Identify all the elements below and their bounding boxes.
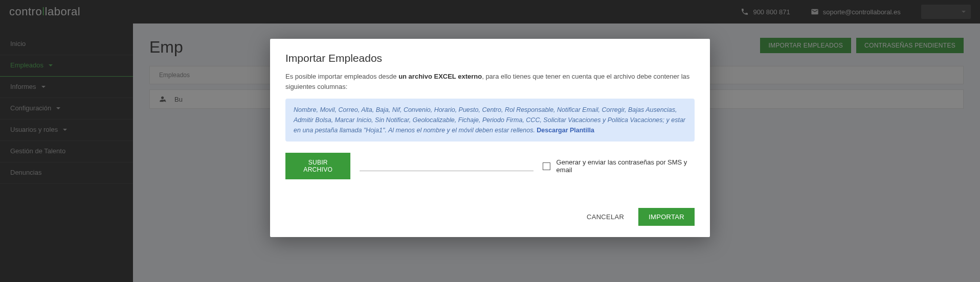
info-text: Nombre, Movil, Correo, Alta, Baja, Nif, … <box>294 106 685 134</box>
checkbox-label: Generar y enviar las contraseñas por SMS… <box>556 158 695 174</box>
download-template-link[interactable]: Descargar Plantilla <box>537 127 594 134</box>
import-button[interactable]: IMPORTAR <box>638 208 695 226</box>
desc-bold: un archivo EXCEL externo <box>398 73 482 80</box>
desc-pre: Es posible importar empleados desde <box>285 73 398 80</box>
modal-description: Es posible importar empleados desde un a… <box>285 72 695 91</box>
import-modal: Importar Empleados Es posible importar e… <box>270 39 710 237</box>
modal-overlay[interactable]: Importar Empleados Es posible importar e… <box>0 0 980 282</box>
file-input[interactable] <box>360 161 533 171</box>
upload-file-button[interactable]: SUBIR ARCHIVO <box>285 153 350 179</box>
generate-passwords-checkbox[interactable] <box>543 162 550 170</box>
cancel-button[interactable]: CANCELAR <box>580 208 631 226</box>
info-box: Nombre, Movil, Correo, Alta, Baja, Nif, … <box>285 99 695 142</box>
modal-title: Importar Empleados <box>285 52 695 64</box>
